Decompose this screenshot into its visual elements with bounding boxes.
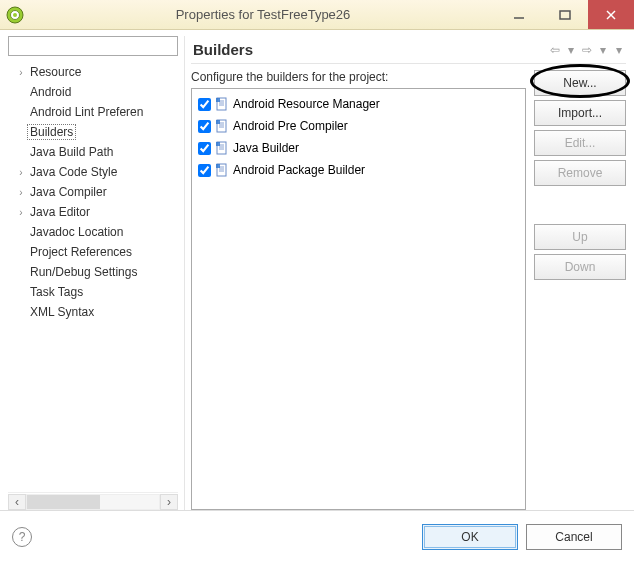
forward-menu-icon[interactable]: ▾ — [596, 43, 610, 57]
import-button[interactable]: Import... — [534, 100, 626, 126]
svg-rect-11 — [216, 98, 220, 102]
builder-file-icon — [215, 163, 229, 177]
nav-item-label: Java Editor — [28, 205, 92, 219]
builder-label: Java Builder — [233, 141, 299, 155]
close-button[interactable] — [588, 0, 634, 29]
nav-item[interactable]: ›Builders — [8, 122, 178, 142]
nav-item[interactable]: ›Task Tags — [8, 282, 178, 302]
nav-item-label: XML Syntax — [28, 305, 96, 319]
nav-item-label: Java Code Style — [28, 165, 119, 179]
nav-item-label: Run/Debug Settings — [28, 265, 139, 279]
page-panel: Builders ⇦ ▾ ⇨ ▾ ▾ Configure the builder… — [184, 36, 626, 510]
svg-point-2 — [13, 13, 17, 17]
nav-item[interactable]: ›Java Compiler — [8, 182, 178, 202]
nav-item[interactable]: ›Resource — [8, 62, 178, 82]
svg-rect-4 — [560, 11, 570, 19]
chevron-right-icon[interactable]: › — [14, 207, 28, 218]
nav-item[interactable]: ›XML Syntax — [8, 302, 178, 322]
chevron-right-icon[interactable]: › — [14, 187, 28, 198]
nav-item[interactable]: ›Project References — [8, 242, 178, 262]
svg-rect-21 — [216, 142, 220, 146]
nav-item-label: Project References — [28, 245, 134, 259]
filter-input[interactable] — [8, 36, 178, 56]
window-title: Properties for TestFreeType26 — [30, 7, 496, 22]
page-nav-toolbar: ⇦ ▾ ⇨ ▾ ▾ — [548, 43, 626, 57]
back-menu-icon[interactable]: ▾ — [564, 43, 578, 57]
nav-item[interactable]: ›Java Editor — [8, 202, 178, 222]
nav-item[interactable]: ›Javadoc Location — [8, 222, 178, 242]
nav-item[interactable]: ›Run/Debug Settings — [8, 262, 178, 282]
builder-checkbox[interactable] — [198, 98, 211, 111]
svg-rect-16 — [216, 120, 220, 124]
down-button[interactable]: Down — [534, 254, 626, 280]
nav-panel: ›Resource›Android›Android Lint Preferen›… — [8, 36, 178, 510]
builder-row[interactable]: Android Package Builder — [198, 159, 519, 181]
scroll-track[interactable] — [26, 494, 160, 510]
up-button[interactable]: Up — [534, 224, 626, 250]
builder-label: Android Resource Manager — [233, 97, 380, 111]
builder-list[interactable]: Android Resource ManagerAndroid Pre Comp… — [191, 88, 526, 510]
builder-file-icon — [215, 97, 229, 111]
builder-file-icon — [215, 119, 229, 133]
maximize-button[interactable] — [542, 0, 588, 29]
forward-icon[interactable]: ⇨ — [580, 43, 594, 57]
builder-file-icon — [215, 141, 229, 155]
app-icon — [6, 6, 24, 24]
scroll-left-icon[interactable]: ‹ — [8, 494, 26, 510]
nav-item-label: Android — [28, 85, 73, 99]
nav-item-label: Builders — [28, 125, 75, 139]
builder-label: Android Package Builder — [233, 163, 365, 177]
nav-item-label: Javadoc Location — [28, 225, 125, 239]
minimize-button[interactable] — [496, 0, 542, 29]
builder-row[interactable]: Android Resource Manager — [198, 93, 519, 115]
builder-row[interactable]: Android Pre Compiler — [198, 115, 519, 137]
nav-item-label: Resource — [28, 65, 83, 79]
edit-button[interactable]: Edit... — [534, 130, 626, 156]
help-icon[interactable]: ? — [12, 527, 32, 547]
builder-checkbox[interactable] — [198, 120, 211, 133]
view-menu-icon[interactable]: ▾ — [612, 43, 626, 57]
nav-item-label: Task Tags — [28, 285, 85, 299]
ok-button[interactable]: OK — [422, 524, 518, 550]
chevron-right-icon[interactable]: › — [14, 67, 28, 78]
scroll-thumb[interactable] — [27, 495, 100, 509]
horizontal-scrollbar[interactable]: ‹ › — [8, 492, 178, 510]
builder-checkbox[interactable] — [198, 142, 211, 155]
new-button[interactable]: New... — [534, 70, 626, 96]
nav-item-label: Android Lint Preferen — [28, 105, 145, 119]
dialog-button-bar: ? OK Cancel — [0, 510, 634, 562]
svg-rect-26 — [216, 164, 220, 168]
titlebar: Properties for TestFreeType26 — [0, 0, 634, 30]
builder-label: Android Pre Compiler — [233, 119, 348, 133]
back-icon[interactable]: ⇦ — [548, 43, 562, 57]
nav-tree[interactable]: ›Resource›Android›Android Lint Preferen›… — [8, 58, 178, 492]
nav-item[interactable]: ›Java Build Path — [8, 142, 178, 162]
nav-item-label: Java Build Path — [28, 145, 115, 159]
nav-item[interactable]: ›Android — [8, 82, 178, 102]
remove-button[interactable]: Remove — [534, 160, 626, 186]
button-bar: New... Import... Edit... Remove Up Down — [534, 70, 626, 510]
nav-item[interactable]: ›Android Lint Preferen — [8, 102, 178, 122]
scroll-right-icon[interactable]: › — [160, 494, 178, 510]
cancel-button[interactable]: Cancel — [526, 524, 622, 550]
builder-checkbox[interactable] — [198, 164, 211, 177]
page-title: Builders — [191, 41, 548, 58]
chevron-right-icon[interactable]: › — [14, 167, 28, 178]
nav-item-label: Java Compiler — [28, 185, 109, 199]
page-instruction: Configure the builders for the project: — [191, 70, 526, 84]
nav-item[interactable]: ›Java Code Style — [8, 162, 178, 182]
builder-row[interactable]: Java Builder — [198, 137, 519, 159]
